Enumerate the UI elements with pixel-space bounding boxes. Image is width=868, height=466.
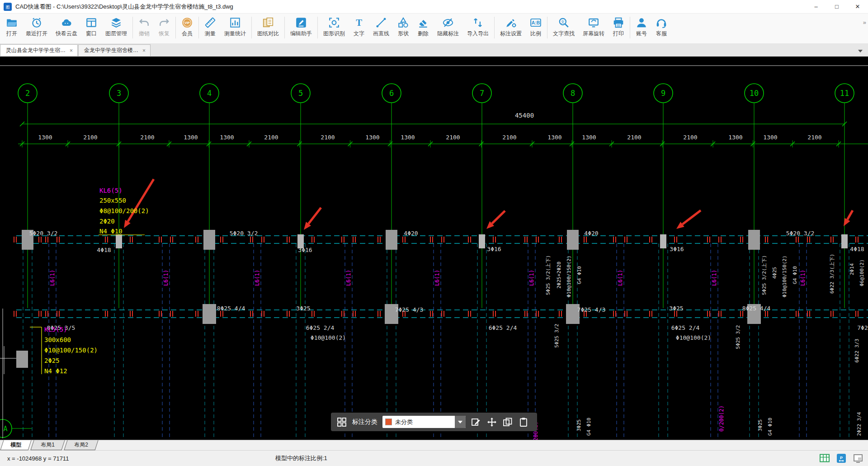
- toolbar-item-label: 图层管理: [105, 30, 127, 38]
- draw-line-icon: [375, 17, 387, 29]
- toolbar-text-button[interactable]: T文字: [349, 16, 369, 38]
- scale-icon: A:B: [530, 17, 542, 29]
- document-tab-title: 金龙中学学生宿舍楼…: [84, 47, 138, 54]
- table-view-icon[interactable]: [819, 453, 830, 464]
- move-annotation-icon[interactable]: [486, 417, 497, 428]
- edit-assistant-icon: [295, 17, 307, 29]
- copy-annotation-icon[interactable]: [502, 417, 513, 428]
- toolbar-text-search-button[interactable]: 文文字查找: [549, 16, 579, 38]
- cad-canvas[interactable]: 234567891011A 45400130021002100130013002…: [0, 57, 868, 440]
- dropdown-caret-icon[interactable]: [455, 416, 466, 428]
- category-color-swatch: [385, 418, 392, 425]
- tab-close-icon[interactable]: ×: [70, 48, 73, 54]
- svg-text:7: 7: [480, 89, 484, 98]
- vip-icon: VIP: [181, 17, 193, 29]
- minimize-button[interactable]: –: [806, 0, 826, 13]
- close-button[interactable]: ✕: [847, 0, 868, 13]
- annotation-toolbar: 标注分类 未分类: [331, 413, 537, 431]
- paste-annotation-icon[interactable]: [518, 417, 529, 428]
- svg-text:4: 4: [207, 89, 212, 98]
- annotation-category-label: 标注分类: [352, 418, 377, 426]
- toolbar-annotation-settings-button[interactable]: 标注设置: [496, 16, 526, 38]
- toolbar-separator: [175, 17, 176, 38]
- toolbar-eraser-button[interactable]: 删除: [413, 16, 433, 38]
- toolbar-open-button[interactable]: 打开: [2, 16, 22, 38]
- toolbar-redo-button[interactable]: 恢复: [154, 16, 174, 38]
- toolbar-item-label: 恢复: [159, 30, 170, 38]
- toolbar-measure-stats-button[interactable]: 测量统计: [220, 16, 250, 38]
- document-tab-2[interactable]: 金龙中学学生宿舍楼…×: [78, 44, 151, 56]
- svg-text:5: 5: [298, 89, 303, 98]
- toolbar-service-button[interactable]: 客服: [651, 16, 671, 38]
- maximize-button[interactable]: □: [826, 0, 847, 13]
- undo-icon: [138, 17, 150, 29]
- toolbar-item-label: 比例: [530, 30, 541, 38]
- measure-icon: [204, 17, 216, 29]
- toolbar-item-label: 打印: [613, 30, 624, 38]
- layout-tab-布局1[interactable]: 布局1: [30, 440, 65, 450]
- toolbar-layers-button[interactable]: 图层管理: [101, 16, 131, 38]
- toolbar-item-label: 编辑助手: [290, 30, 312, 38]
- account-icon: [636, 17, 647, 29]
- toolbar-measure-button[interactable]: 测量: [200, 16, 220, 38]
- toolbar-separator: [284, 17, 285, 38]
- toolbar-item-label: 图形识别: [323, 30, 345, 38]
- toolbar-item-label: 屏幕旋转: [583, 30, 604, 38]
- svg-text:A: A: [3, 425, 7, 433]
- toolbar-vip-button[interactable]: VIP会员: [177, 16, 197, 38]
- status-icons: P: [819, 453, 863, 464]
- page-toggle-icon[interactable]: P: [836, 453, 847, 464]
- toolbar-item-label: 文字查找: [553, 30, 575, 38]
- svg-text:文: 文: [561, 19, 565, 24]
- svg-text:图: 图: [6, 5, 10, 10]
- layout-tab-布局2[interactable]: 布局2: [64, 440, 98, 450]
- svg-text:6: 6: [389, 89, 394, 98]
- toolbar-overflow-button[interactable]: »: [863, 19, 865, 26]
- category-dropdown[interactable]: 未分类: [382, 416, 466, 428]
- toolbar-item-label: 图纸对比: [257, 30, 279, 38]
- toolbar-undo-button[interactable]: 撤销: [134, 16, 154, 38]
- svg-text:11: 11: [840, 89, 849, 98]
- edit-annotation-icon[interactable]: [471, 417, 481, 428]
- toolbar-compare-button[interactable]: 图纸对比: [253, 16, 283, 38]
- toolbar-item-label: 形状: [398, 30, 409, 38]
- toolbar-import-export-button[interactable]: 导入导出: [463, 16, 493, 38]
- toolbar-separator: [547, 17, 547, 38]
- toolbar-shapes-button[interactable]: 形状: [393, 16, 413, 38]
- app-window: 图 CAD快速看图 - C:\Users\39322\Desktop\灵山县金龙…: [0, 0, 868, 466]
- svg-text:VIP: VIP: [184, 21, 190, 24]
- toolbar-cloud-button[interactable]: 快看云盘: [52, 16, 81, 38]
- svg-text:A:B: A:B: [532, 20, 540, 25]
- toolbar-recent-button[interactable]: 最近打开: [22, 16, 52, 38]
- toolbar-item-label: 快看云盘: [56, 30, 77, 38]
- toolbar-separator: [198, 17, 199, 38]
- toolbar-shape-recognition-button[interactable]: 图形识别: [319, 16, 349, 38]
- text-icon: T: [353, 17, 365, 29]
- toolbar-draw-line-button[interactable]: 画直线: [369, 16, 393, 38]
- toolbar-item-label: 会员: [182, 30, 193, 38]
- toolbar-window-button[interactable]: 窗口: [81, 16, 101, 38]
- annotation-scale-info: 模型中的标注比例:1: [275, 454, 327, 462]
- toolbar-account-button[interactable]: 账号: [632, 16, 651, 38]
- window-title: CAD快速看图 - C:\Users\39322\Desktop\灵山县金龙中学…: [15, 3, 233, 11]
- tab-close-icon[interactable]: ×: [142, 48, 146, 54]
- document-tab-bar: 灵山县金龙中学学生宿…×金龙中学学生宿舍楼…×: [0, 44, 868, 57]
- tab-list-caret-icon[interactable]: [858, 50, 863, 52]
- svg-text:8: 8: [571, 89, 575, 98]
- svg-text:9: 9: [661, 89, 665, 98]
- status-bar: x = -1024968 y = 71711 模型中的标注比例:1 P: [0, 450, 868, 466]
- toolbar-scale-button[interactable]: A:B比例: [526, 16, 546, 38]
- document-tab-1[interactable]: 灵山县金龙中学学生宿…×: [0, 44, 78, 56]
- toolbar-item-label: 标注设置: [500, 30, 522, 38]
- toolbar-separator: [494, 17, 495, 38]
- toolbar-screen-rotate-button[interactable]: 屏幕旋转: [579, 16, 609, 38]
- toolbar-edit-assistant-button[interactable]: 编辑助手: [286, 16, 316, 38]
- toolbar-print-button[interactable]: 打印: [609, 16, 628, 38]
- shapes-icon: [397, 17, 409, 29]
- layout-tab-模型[interactable]: 模型: [0, 440, 31, 450]
- toolbar-item-label: 测量统计: [224, 30, 246, 38]
- toolbar-hide-annotation-button[interactable]: 隐藏标注: [433, 16, 463, 38]
- category-grid-icon[interactable]: [336, 417, 347, 428]
- svg-text:10: 10: [750, 89, 759, 98]
- minimap-icon[interactable]: [853, 453, 863, 464]
